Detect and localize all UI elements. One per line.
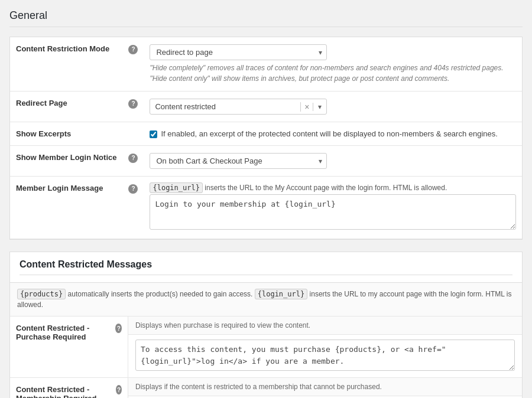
- login-notice-help-icon[interactable]: ?: [128, 154, 138, 163]
- table-row: Show Member Login Notice ? On both Cart …: [10, 146, 522, 177]
- login-message-label: Member Login Message: [10, 177, 122, 239]
- table-row: Redirect Page ? × ▾: [10, 92, 522, 122]
- login-message-help-cell: ?: [122, 177, 144, 239]
- cr-membership-label-area: Content Restricted - Membership Required…: [10, 378, 128, 398]
- redirect-page-input[interactable]: [150, 99, 300, 114]
- page-container: General Content Restriction Mode ? Redir…: [9, 9, 523, 398]
- login-message-textarea[interactable]: Login to your membership at {login_url}: [150, 194, 516, 230]
- cr-membership-row: Content Restricted - Membership Required…: [10, 378, 522, 398]
- restriction-mode-select-wrapper: Redirect to page Hide completely Hide co…: [150, 44, 327, 60]
- show-excerpts-checkbox[interactable]: [150, 131, 157, 138]
- show-excerpts-help-cell: [122, 122, 144, 146]
- cr-header: Content Restricted Messages: [10, 252, 522, 283]
- cr-purchase-description: Displays when purchase is required to vi…: [128, 317, 522, 335]
- restriction-mode-select[interactable]: Redirect to page Hide completely Hide co…: [150, 44, 327, 60]
- cr-purchase-help-icon[interactable]: ?: [115, 324, 122, 333]
- login-url-tag2: {login_url}: [255, 289, 307, 299]
- general-title: General: [9, 9, 523, 27]
- restriction-mode-help-cell: ?: [122, 37, 144, 92]
- products-tag: {products}: [17, 289, 66, 299]
- restriction-mode-value: Redirect to page Hide completely Hide co…: [144, 37, 522, 92]
- cr-purchase-label: Content Restricted - Purchase Required: [16, 324, 112, 341]
- show-excerpts-checkbox-label: If enabled, an excerpt of the protected …: [161, 129, 497, 138]
- settings-table: Content Restriction Mode ? Redirect to p…: [10, 37, 522, 239]
- cr-global-description: {products} automatically inserts the pro…: [10, 283, 522, 317]
- general-section: Content Restriction Mode ? Redirect to p…: [9, 37, 523, 240]
- restriction-mode-help-text: "Hide completely" removes all traces of …: [150, 63, 504, 84]
- cr-purchase-textarea[interactable]: To access this content, you must purchas…: [135, 340, 515, 371]
- login-message-hint: {login_url} inserts the URL to the My Ac…: [150, 184, 516, 192]
- cr-purchase-row: Content Restricted - Purchase Required ?…: [10, 317, 522, 378]
- login-notice-value: On both Cart & Checkout Page On Cart Pag…: [144, 146, 522, 177]
- login-notice-help-cell: ?: [122, 146, 144, 177]
- table-row: Member Login Message ? {login_url} inser…: [10, 177, 522, 239]
- login-notice-label: Show Member Login Notice: [10, 146, 122, 177]
- redirect-page-select-wrapper: × ▾: [150, 99, 327, 115]
- redirect-clear-icon[interactable]: ×: [300, 102, 313, 112]
- show-excerpts-label: Show Excerpts: [10, 122, 122, 146]
- login-url-tag: {login_url}: [150, 182, 202, 193]
- cr-purchase-textarea-row: To access this content, you must purchas…: [128, 335, 522, 377]
- show-excerpts-value: If enabled, an excerpt of the protected …: [144, 122, 522, 146]
- redirect-arrow-icon[interactable]: ▾: [313, 103, 326, 111]
- redirect-page-help-icon[interactable]: ?: [128, 99, 138, 109]
- cr-membership-description: Displays if the content is restricted to…: [128, 378, 522, 396]
- cr-membership-help-icon[interactable]: ?: [116, 385, 122, 394]
- cr-membership-label: Content Restricted - Membership Required: [16, 385, 112, 398]
- cr-title: Content Restricted Messages: [20, 259, 512, 275]
- login-message-value: {login_url} inserts the URL to the My Ac…: [144, 177, 522, 239]
- login-notice-select-wrapper: On both Cart & Checkout Page On Cart Pag…: [150, 153, 327, 169]
- content-restricted-section: Content Restricted Messages {products} a…: [9, 252, 523, 398]
- login-message-help-icon[interactable]: ?: [128, 184, 138, 194]
- cr-membership-content: Displays if the content is restricted to…: [128, 378, 522, 398]
- table-row: Content Restriction Mode ? Redirect to p…: [10, 37, 522, 92]
- cr-purchase-content: Displays when purchase is required to vi…: [128, 317, 522, 377]
- redirect-page-label: Redirect Page: [10, 92, 122, 122]
- restriction-mode-help-icon[interactable]: ?: [128, 45, 138, 54]
- show-excerpts-row: If enabled, an excerpt of the protected …: [150, 129, 516, 138]
- redirect-page-value: × ▾: [144, 92, 522, 122]
- cr-purchase-label-area: Content Restricted - Purchase Required ?: [10, 317, 128, 377]
- table-row: Show Excerpts If enabled, an excerpt of …: [10, 122, 522, 146]
- login-notice-select[interactable]: On both Cart & Checkout Page On Cart Pag…: [150, 153, 327, 169]
- restriction-mode-label: Content Restriction Mode: [10, 37, 122, 92]
- redirect-page-help-cell: ?: [122, 92, 144, 122]
